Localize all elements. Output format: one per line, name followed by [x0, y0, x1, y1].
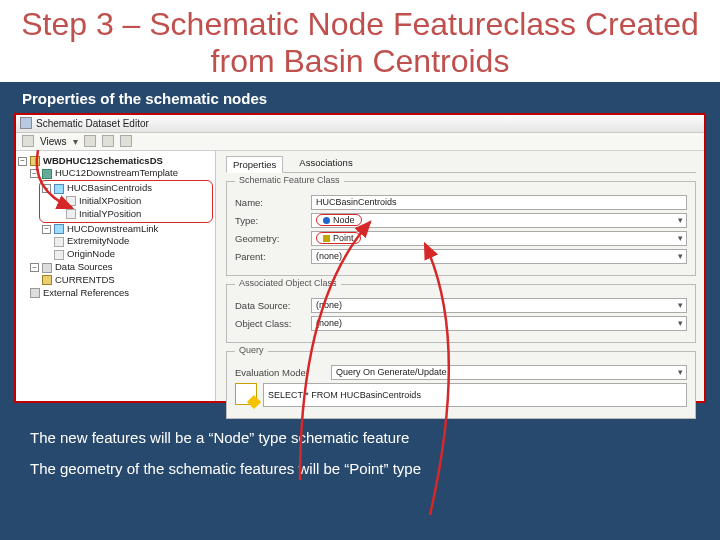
tab-properties[interactable]: Properties — [226, 156, 283, 173]
caption-2: The geometry of the schematic features w… — [0, 456, 720, 479]
label-parent: Parent: — [235, 251, 305, 262]
type-highlight: Node — [316, 214, 362, 226]
tree-currentds[interactable]: CURRENTDS — [55, 274, 115, 287]
label-name: Name: — [235, 197, 305, 208]
geometry-value: Point — [333, 233, 354, 243]
featureclass-icon — [54, 184, 64, 194]
expand-icon[interactable]: − — [42, 225, 51, 234]
dataset-icon — [30, 156, 40, 166]
tree-root[interactable]: WBDHUC12SchematicsDS — [43, 155, 163, 168]
tree-data-sources[interactable]: Data Sources — [55, 261, 113, 274]
label-geometry: Geometry: — [235, 233, 305, 244]
name-field[interactable]: HUCBasinCentroids — [311, 195, 687, 210]
label-type: Type: — [235, 215, 305, 226]
tree-ext-refs[interactable]: External References — [43, 287, 129, 300]
tree-fld-origin[interactable]: OriginNode — [67, 248, 115, 261]
expand-icon[interactable]: − — [42, 184, 51, 193]
template-icon — [42, 169, 52, 179]
editor-window: Schematic Dataset Editor Views ▾ −WBDHUC… — [14, 113, 706, 403]
group-associated-object-class: Associated Object Class Data Source: (no… — [226, 284, 696, 343]
group-schematic-feature-class: Schematic Feature Class Name: HUCBasinCe… — [226, 181, 696, 276]
views-menu[interactable]: Views — [40, 136, 67, 147]
node-type-icon — [323, 217, 330, 224]
group-title: Query — [235, 345, 268, 355]
query-builder-icon[interactable] — [235, 383, 257, 405]
field-icon — [66, 209, 76, 219]
label-evalmode: Evaluation Mode: — [235, 367, 325, 378]
folder-icon — [42, 263, 52, 273]
field-icon — [54, 237, 64, 247]
field-icon — [54, 250, 64, 260]
expand-icon[interactable]: − — [30, 263, 39, 272]
tree-fld-extremity[interactable]: ExtremityNode — [67, 235, 129, 248]
type-value: Node — [333, 215, 355, 225]
slide-subtitle: Properties of the schematic nodes — [0, 82, 720, 113]
tree-pane[interactable]: −WBDHUC12SchematicsDS −HUC12DownstreamTe… — [16, 151, 216, 401]
group-query: Query Evaluation Mode: Query On Generate… — [226, 351, 696, 419]
toolbar-icon[interactable] — [120, 135, 132, 147]
group-title: Schematic Feature Class — [235, 175, 344, 185]
expand-icon[interactable]: − — [18, 157, 27, 166]
editor-toolbar: Views ▾ — [16, 133, 704, 151]
group-title: Associated Object Class — [235, 278, 341, 288]
properties-pane: Properties Associations Schematic Featur… — [216, 151, 704, 401]
geometry-highlight: Point — [316, 232, 361, 244]
datasource-dropdown[interactable]: (none) — [311, 298, 687, 313]
expand-icon[interactable]: − — [30, 169, 39, 178]
tree-field-y[interactable]: InitialYPosition — [79, 208, 141, 221]
label-objectclass: Object Class: — [235, 318, 305, 329]
caption-1: The new features will be a “Node” type s… — [0, 425, 720, 448]
parent-dropdown[interactable]: (none) — [311, 249, 687, 264]
type-dropdown[interactable]: Node — [311, 213, 687, 228]
sql-field[interactable]: SELECT * FROM HUCBasinCentroids — [263, 383, 687, 407]
folder-icon — [30, 288, 40, 298]
selected-highlight: −HUCBasinCentroids InitialXPosition Init… — [39, 180, 213, 222]
toolbar-icon[interactable] — [84, 135, 96, 147]
field-icon — [66, 196, 76, 206]
featureclass-icon — [54, 224, 64, 234]
editor-titlebar: Schematic Dataset Editor — [16, 115, 704, 133]
toolbar-icon[interactable] — [22, 135, 34, 147]
geometry-dropdown[interactable]: Point — [311, 231, 687, 246]
toolbar-icon[interactable] — [102, 135, 114, 147]
point-geometry-icon — [323, 235, 330, 242]
label-datasource: Data Source: — [235, 300, 305, 311]
tree-field-x[interactable]: InitialXPosition — [79, 195, 141, 208]
tab-associations[interactable]: Associations — [293, 155, 358, 172]
slide-title: Step 3 – Schematic Node Featureclass Cre… — [0, 0, 720, 82]
tree-fc-selected[interactable]: HUCBasinCentroids — [67, 182, 152, 195]
tree-template[interactable]: HUC12DownstreamTemplate — [55, 167, 178, 180]
window-title: Schematic Dataset Editor — [36, 118, 149, 129]
evalmode-dropdown[interactable]: Query On Generate/Update — [331, 365, 687, 380]
objectclass-dropdown[interactable]: (none) — [311, 316, 687, 331]
datasource-icon — [42, 275, 52, 285]
app-icon — [20, 117, 32, 129]
tree-fc-link[interactable]: HUCDownstreamLink — [67, 223, 158, 236]
